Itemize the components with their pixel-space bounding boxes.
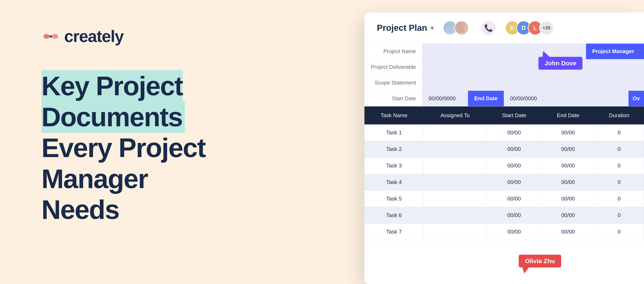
- cell-end-date[interactable]: 00/00: [542, 191, 594, 207]
- dropdown-arrow-icon[interactable]: ▾: [430, 24, 434, 32]
- ui-card: Project Plan ▾ 📞 K D L +28 Project Name: [364, 12, 644, 284]
- start-date-label: Start Date: [364, 91, 422, 106]
- avatar-2: [454, 21, 469, 35]
- table-row: Task 1 00/00 00/00 0: [364, 125, 644, 141]
- cursor-olivia-zhu: Olivia Zhu: [519, 255, 561, 268]
- project-plan-label: Project Plan: [377, 23, 427, 33]
- col-start-date: Start Date: [486, 107, 542, 125]
- deliverable-value[interactable]: [422, 59, 644, 75]
- cell-end-date[interactable]: 00/00: [542, 224, 594, 240]
- logo-text: creately: [64, 27, 124, 46]
- headline-wrapper: Key Project Documents Every Project Mana…: [42, 71, 228, 225]
- cell-assigned-to[interactable]: [424, 207, 486, 224]
- table-row: Task 7 00/00 00/00 0: [364, 224, 644, 240]
- cell-end-date[interactable]: 00/00: [542, 207, 594, 224]
- topbar-avatars: [446, 21, 469, 35]
- svg-point-1: [448, 25, 452, 29]
- form-row-deliverable: Project Deliverable: [364, 59, 644, 75]
- svg-point-0: [50, 35, 52, 37]
- deliverable-label: Project Deliverable: [364, 59, 422, 75]
- collab-avatars: K D L +28: [508, 21, 554, 35]
- card-topbar: Project Plan ▾ 📞 K D L +28: [364, 12, 644, 44]
- cursor-john-dove: John Dove: [538, 57, 582, 70]
- cell-task-name[interactable]: Task 4: [364, 174, 424, 191]
- info-form: Project Name Project Manager Project Del…: [364, 44, 644, 107]
- cell-end-date[interactable]: 00/00: [542, 157, 594, 174]
- headline-line2: Every Project Manager: [42, 133, 228, 194]
- headline: Key Project Documents Every Project Mana…: [42, 71, 228, 225]
- cell-task-name[interactable]: Task 3: [364, 157, 424, 174]
- headline-line3: Needs: [42, 194, 228, 225]
- cell-end-date[interactable]: 00/00: [542, 174, 594, 191]
- date-row: Start Date 00/00/0000 End Date 00/00/000…: [364, 91, 644, 107]
- cell-assigned-to[interactable]: [424, 174, 486, 191]
- col-duration: Duration: [594, 107, 644, 125]
- phone-icon[interactable]: 📞: [481, 21, 496, 35]
- col-task-name: Task Name: [364, 107, 424, 125]
- col-assigned-to: Assigned To: [424, 107, 486, 125]
- cell-start-date[interactable]: 00/00: [486, 224, 542, 240]
- cell-duration[interactable]: 0: [594, 141, 644, 157]
- cell-assigned-to[interactable]: [424, 125, 486, 141]
- cell-duration[interactable]: 0: [594, 207, 644, 224]
- cell-start-date[interactable]: 00/00: [486, 207, 542, 224]
- avatar-more[interactable]: +28: [539, 21, 554, 35]
- table-row: Task 5 00/00 00/00 0: [364, 191, 644, 207]
- cell-assigned-to[interactable]: [424, 157, 486, 174]
- project-manager-highlight: Project Manager: [586, 44, 644, 59]
- project-name-label: Project Name: [364, 44, 422, 59]
- form-row-project-name: Project Name Project Manager: [364, 44, 644, 59]
- scope-label: Scope Statement: [364, 75, 422, 91]
- cell-start-date[interactable]: 00/00: [486, 191, 542, 207]
- creately-logo-icon: [42, 30, 60, 43]
- cell-duration[interactable]: 0: [594, 125, 644, 141]
- table-row: Task 6 00/00 00/00 0: [364, 207, 644, 224]
- svg-point-4: [458, 29, 465, 32]
- table-header-row: Task Name Assigned To Start Date End Dat…: [364, 107, 644, 125]
- svg-point-2: [447, 29, 454, 32]
- scope-value[interactable]: [422, 75, 644, 91]
- cell-assigned-to[interactable]: [424, 224, 486, 240]
- table-row: Task 3 00/00 00/00 0: [364, 157, 644, 174]
- cell-task-name[interactable]: Task 6: [364, 207, 424, 224]
- col-end-date: End Date: [542, 107, 594, 125]
- project-plan-selector[interactable]: Project Plan ▾: [377, 23, 434, 33]
- cell-start-date[interactable]: 00/00: [486, 141, 542, 157]
- table-row: Task 4 00/00 00/00 0: [364, 174, 644, 191]
- start-date-value[interactable]: 00/00/0000: [422, 91, 468, 106]
- cell-task-name[interactable]: Task 1: [364, 125, 424, 141]
- cell-task-name[interactable]: Task 7: [364, 224, 424, 240]
- cell-duration[interactable]: 0: [594, 191, 644, 207]
- task-table: Task Name Assigned To Start Date End Dat…: [364, 107, 644, 240]
- table-row: Task 2 00/00 00/00 0: [364, 141, 644, 157]
- logo-container: creately: [42, 27, 228, 46]
- cell-duration[interactable]: 0: [594, 174, 644, 191]
- cell-start-date[interactable]: 00/00: [486, 125, 542, 141]
- cell-duration[interactable]: 0: [594, 224, 644, 240]
- end-date-label: End Date: [468, 91, 504, 106]
- form-row-scope: Scope Statement: [364, 75, 644, 91]
- cell-start-date[interactable]: 00/00: [486, 174, 542, 191]
- cell-assigned-to[interactable]: [424, 141, 486, 157]
- cell-end-date[interactable]: 00/00: [542, 125, 594, 141]
- left-content: creately Key Project Documents Every Pro…: [42, 27, 228, 225]
- overflow-label: Ov: [628, 91, 644, 106]
- cell-start-date[interactable]: 00/00: [486, 157, 542, 174]
- cell-duration[interactable]: 0: [594, 157, 644, 174]
- cell-task-name[interactable]: Task 2: [364, 141, 424, 157]
- cell-task-name[interactable]: Task 5: [364, 191, 424, 207]
- end-date-value[interactable]: 00/00/0000: [504, 91, 629, 106]
- cell-assigned-to[interactable]: [424, 191, 486, 207]
- svg-point-3: [460, 25, 464, 29]
- olivia-zhu-pointer-icon: [520, 265, 530, 274]
- cell-end-date[interactable]: 00/00: [542, 141, 594, 157]
- phone-icon-glyph: 📞: [484, 24, 493, 32]
- headline-line1: Key Project Documents: [42, 71, 228, 133]
